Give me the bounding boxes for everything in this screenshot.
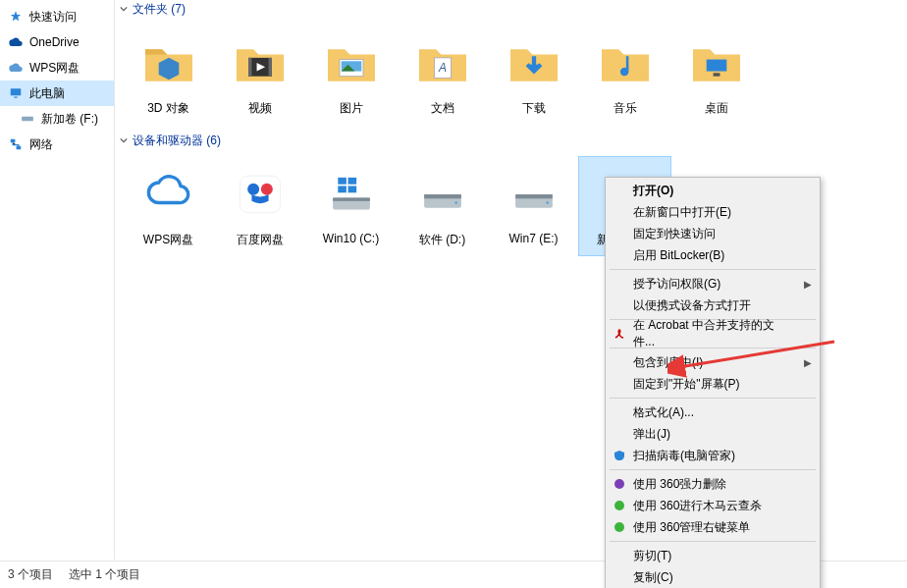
- svg-rect-30: [515, 194, 553, 198]
- svg-rect-16: [713, 73, 720, 76]
- group-header-label: 设备和驱动器 (6): [133, 133, 221, 149]
- menu-acrobat-combine[interactable]: 在 Acrobat 中合并支持的文件...: [606, 323, 820, 345]
- menu-give-access[interactable]: 授予访问权限(G)▶: [606, 273, 820, 294]
- sidebar-item-this-pc[interactable]: 此电脑: [0, 80, 114, 106]
- group-header-folders[interactable]: 文件夹 (7): [115, 0, 907, 18]
- baidu-drive-icon: [229, 163, 292, 226]
- shield-icon: [612, 448, 627, 463]
- menu-open-portable[interactable]: 以便携式设备方式打开: [606, 294, 820, 316]
- svg-rect-4: [17, 146, 22, 150]
- folder-desktop[interactable]: 桌面: [670, 26, 762, 124]
- chevron-right-icon: ▶: [804, 279, 812, 290]
- drive-wps[interactable]: WPS网盘: [123, 157, 214, 255]
- menu-scan-virus[interactable]: 扫描病毒(电脑管家): [606, 445, 820, 466]
- chevron-down-icon: [119, 4, 129, 14]
- menu-format[interactable]: 格式化(A)...: [606, 401, 820, 423]
- sidebar-item-label: 快速访问: [29, 9, 77, 26]
- drive-icon: [411, 163, 474, 226]
- svg-rect-27: [424, 194, 461, 198]
- menu-open-new-window[interactable]: 在新窗口中打开(E): [606, 201, 820, 223]
- menu-360-trojan-scan[interactable]: 使用 360进行木马云查杀: [606, 495, 820, 516]
- folder-music-icon: [594, 31, 657, 94]
- file-label: 文档: [431, 100, 454, 117]
- menu-pin-quick-access[interactable]: 固定到快速访问: [606, 223, 820, 244]
- drive-context-menu: 打开(O) 在新窗口中打开(E) 固定到快速访问 启用 BitLocker(B)…: [605, 177, 821, 588]
- network-icon: [8, 136, 24, 152]
- menu-360-manage-menu[interactable]: 使用 360管理右键菜单: [606, 516, 820, 538]
- drive-win7-e[interactable]: Win7 (E:): [488, 157, 579, 255]
- drive-baidu[interactable]: 百度网盘: [214, 157, 305, 255]
- menu-360-force-delete[interactable]: 使用 360强力删除: [606, 473, 820, 495]
- folder-downloads[interactable]: 下载: [488, 26, 579, 124]
- sidebar-item-drive-f[interactable]: 新加卷 (F:): [0, 106, 114, 132]
- sidebar-item-label: WPS网盘: [29, 60, 80, 77]
- folder-videos[interactable]: 视频: [214, 26, 305, 124]
- file-label: 音乐: [614, 100, 637, 117]
- svg-point-37: [614, 522, 624, 532]
- svg-rect-0: [11, 88, 22, 95]
- svg-rect-24: [338, 186, 347, 192]
- chevron-down-icon: [119, 135, 129, 145]
- folder-download-icon: [503, 31, 565, 94]
- folder-3d-icon: [137, 31, 200, 94]
- svg-rect-23: [347, 178, 356, 185]
- svg-point-36: [614, 501, 624, 510]
- sidebar-item-label: 新加卷 (F:): [41, 111, 98, 128]
- file-label: 视频: [248, 100, 272, 117]
- folder-desktop-icon: [685, 31, 748, 94]
- sidebar-item-label: OneDrive: [29, 35, 80, 49]
- menu-include-library[interactable]: 包含到库中(I)▶: [606, 351, 820, 373]
- sidebar-item-network[interactable]: 网络: [0, 132, 114, 157]
- svg-point-31: [546, 201, 549, 204]
- folder-docs-icon: A: [411, 31, 474, 94]
- drive-icon: [503, 163, 565, 226]
- navigation-pane: 快速访问 OneDrive WPS网盘 此电脑 新加卷 (F:) 网络: [0, 0, 115, 560]
- cloud-icon: [8, 34, 24, 50]
- windows-drive-icon: [320, 163, 383, 226]
- folder-documents[interactable]: A 文档: [397, 26, 488, 124]
- svg-point-19: [260, 184, 272, 195]
- menu-cut[interactable]: 剪切(T): [606, 545, 820, 566]
- drive-software-d[interactable]: 软件 (D:): [397, 157, 488, 255]
- svg-text:A: A: [437, 61, 446, 75]
- sidebar-item-wps[interactable]: WPS网盘: [0, 55, 114, 80]
- drive-win10-c[interactable]: Win10 (C:): [305, 157, 397, 255]
- menu-separator: [610, 541, 816, 542]
- menu-separator: [610, 269, 816, 270]
- menu-copy[interactable]: 复制(C): [606, 566, 820, 588]
- svg-rect-25: [347, 186, 356, 192]
- folder-pictures[interactable]: 图片: [305, 26, 397, 124]
- wps-drive-icon: [137, 163, 200, 226]
- svg-rect-1: [14, 97, 18, 98]
- svg-rect-3: [11, 139, 16, 143]
- menu-open[interactable]: 打开(O): [606, 180, 820, 201]
- sidebar-item-label: 网络: [29, 136, 53, 153]
- pc-icon: [8, 85, 24, 101]
- folder-video-icon: [229, 31, 292, 94]
- menu-enable-bitlocker[interactable]: 启用 BitLocker(B): [606, 244, 820, 266]
- svg-rect-17: [240, 176, 280, 213]
- file-label: 百度网盘: [237, 232, 284, 248]
- svg-point-35: [614, 479, 624, 489]
- sidebar-item-onedrive[interactable]: OneDrive: [0, 29, 114, 55]
- svg-rect-22: [338, 178, 347, 185]
- svg-rect-2: [22, 117, 33, 122]
- status-item-count: 3 个项目: [8, 566, 53, 583]
- sidebar-item-quick-access[interactable]: 快速访问: [0, 4, 114, 29]
- wps-cloud-icon: [8, 60, 24, 76]
- svg-rect-8: [268, 58, 271, 77]
- drive-icon: [20, 111, 35, 127]
- 360-green-icon: [612, 519, 627, 535]
- group-header-label: 文件夹 (7): [133, 1, 186, 18]
- acrobat-icon: [612, 326, 627, 342]
- menu-pin-start[interactable]: 固定到"开始"屏幕(P): [606, 373, 820, 395]
- folder-3d-objects[interactable]: 3D 对象: [123, 26, 214, 124]
- svg-rect-15: [706, 60, 726, 72]
- file-label: 软件 (D:): [419, 232, 465, 248]
- group-header-drives[interactable]: 设备和驱动器 (6): [115, 132, 907, 149]
- folder-music[interactable]: 音乐: [579, 26, 670, 124]
- file-label: 3D 对象: [147, 100, 189, 117]
- file-label: 下载: [522, 100, 546, 117]
- file-label: 桌面: [705, 100, 728, 117]
- menu-eject[interactable]: 弹出(J): [606, 423, 820, 445]
